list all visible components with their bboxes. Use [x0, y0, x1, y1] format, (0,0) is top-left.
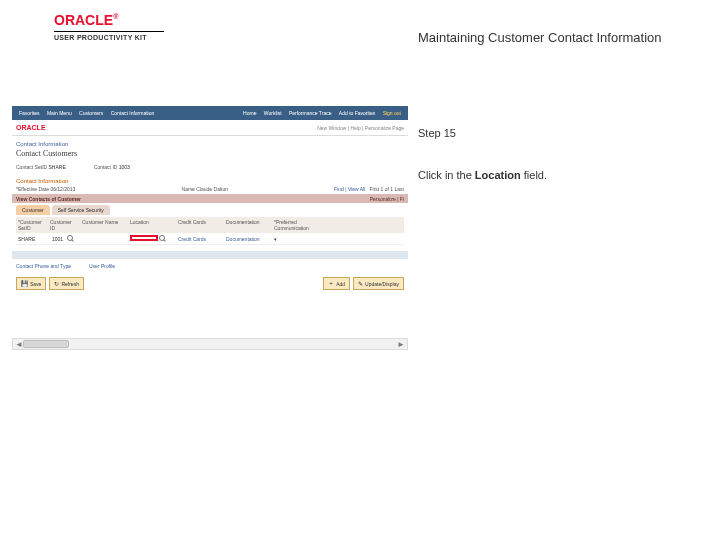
left-buttons: 💾Save ↻Refresh [16, 277, 84, 290]
cell-setid[interactable]: SHARE [16, 236, 48, 242]
scroll-right-icon[interactable]: ► [397, 340, 405, 349]
label-setid: Contact SetID [16, 164, 47, 170]
nav-left: Favorites Main Menu Customers Contact In… [16, 110, 157, 116]
top-nav: Favorites Main Menu Customers Contact In… [12, 106, 408, 120]
step-text-suffix: field. [521, 169, 547, 181]
right-buttons: ＋Add ✎Update/Display [323, 277, 404, 290]
page-utility-links[interactable]: New Window | Help | Personalize Page [317, 125, 404, 131]
col-setid: *Customer SetID [16, 219, 48, 231]
table-row: SHARE 1001 Credit Cards Documentation ▾ [16, 233, 404, 245]
logo-row: ORACLE New Window | Help | Personalize P… [12, 120, 408, 136]
nav-link[interactable]: Home [243, 110, 256, 116]
label-contactid: Contact ID [94, 164, 118, 170]
refresh-label: Refresh [61, 281, 79, 287]
nav-item[interactable]: Contact Information [111, 110, 155, 116]
record-count: First 1 of 1 Last [370, 186, 404, 192]
link-user-profile[interactable]: User Profile [89, 263, 115, 269]
grid-personalize[interactable]: Personalize | Fi [370, 196, 404, 202]
value-contactid: 1003 [119, 164, 130, 170]
nav-link[interactable]: Add to Favorites [339, 110, 375, 116]
col-docu: Documentation [224, 219, 272, 231]
col-custid: Customer ID [48, 219, 80, 231]
step-text-bold: Location [475, 169, 521, 181]
value-effdate: 06/12/2013 [50, 186, 75, 192]
nav-item[interactable]: Customers [79, 110, 103, 116]
action-buttons: 💾Save ↻Refresh ＋Add ✎Update/Display [16, 277, 404, 290]
cell-custid-val: 1001 [50, 236, 65, 242]
label-effdate: *Effective Date [16, 186, 49, 192]
location-field-highlight[interactable] [130, 235, 158, 241]
section-title: Contact Information [16, 141, 404, 147]
header-form: Contact SetID SHARE Contact ID 1003 [16, 164, 404, 170]
label-name: Name [182, 186, 195, 192]
step-text: Click in the Location field. [418, 169, 708, 181]
tab-customer[interactable]: Customer [16, 205, 50, 215]
update-icon: ✎ [358, 280, 363, 287]
section-contact-info: Contact Information [16, 178, 404, 184]
add-button[interactable]: ＋Add [323, 277, 350, 290]
nav-link[interactable]: Worklist [264, 110, 282, 116]
grid-tabs: Customer Self Service Security [16, 205, 404, 215]
update-label: Update/Display [365, 281, 399, 287]
instruction-column: Maintaining Customer Contact Information… [418, 0, 708, 181]
add-label: Add [336, 281, 345, 287]
scroll-left-icon[interactable]: ◄ [15, 340, 23, 349]
lookup-icon[interactable] [67, 235, 73, 241]
step-label: Step 15 [418, 127, 708, 139]
logo-tm: ® [113, 13, 118, 20]
add-icon: ＋ [328, 279, 334, 288]
logo-text: ORACLE [54, 12, 113, 28]
nav-item[interactable]: Favorites [19, 110, 40, 116]
brand-bar: ORACLE® USER PRODUCTIVITY KIT [54, 12, 164, 41]
oracle-logo-small: ORACLE [16, 124, 46, 131]
col-comm: *Preferred Communication [272, 219, 311, 231]
refresh-icon: ↻ [54, 280, 59, 287]
step-text-prefix: Click in the [418, 169, 475, 181]
meta-row: *Effective Date 06/12/2013 Name Claude D… [16, 186, 404, 192]
horizontal-scrollbar[interactable]: ◄ ► [12, 338, 408, 350]
grid-header-bar: View Contacts of Customer Personalize | … [12, 194, 408, 203]
grid: *Customer SetID Customer ID Customer Nam… [16, 217, 404, 245]
tab-selfservice[interactable]: Self Service Security [52, 205, 110, 215]
nav-right: Home Worklist Performance Trace Add to F… [240, 110, 404, 116]
bottom-links: Contact Phone and Type User Profile [16, 263, 404, 269]
cell-docu[interactable]: Documentation [224, 236, 272, 242]
grid-head: *Customer SetID Customer ID Customer Nam… [16, 217, 404, 233]
app-screenshot: Favorites Main Menu Customers Contact In… [12, 106, 408, 320]
brand-subtitle: USER PRODUCTIVITY KIT [54, 34, 164, 41]
nav-link-signout[interactable]: Sign out [383, 110, 401, 116]
cell-custid[interactable]: 1001 [48, 235, 80, 242]
update-button[interactable]: ✎Update/Display [353, 277, 404, 290]
cell-cards[interactable]: Credit Cards [176, 236, 224, 242]
find-link[interactable]: Find | View All [334, 186, 365, 192]
cell-comm[interactable]: ▾ [272, 236, 304, 242]
scroll-thumb[interactable] [23, 340, 69, 348]
link-phone-type[interactable]: Contact Phone and Type [16, 263, 71, 269]
brand-rule [54, 31, 164, 32]
page-heading: Contact Customers [16, 149, 404, 158]
refresh-button[interactable]: ↻Refresh [49, 277, 84, 290]
collapsed-section[interactable] [12, 251, 408, 259]
save-label: Save [30, 281, 41, 287]
col-cards: Credit Cards [176, 219, 224, 231]
oracle-logo: ORACLE® [54, 12, 164, 28]
nav-item[interactable]: Main Menu [47, 110, 72, 116]
col-custname: Customer Name [80, 219, 128, 231]
save-button[interactable]: 💾Save [16, 277, 46, 290]
value-setid: SHARE [49, 164, 66, 170]
nav-link[interactable]: Performance Trace [289, 110, 332, 116]
cell-location[interactable] [128, 235, 176, 242]
grid-title: View Contacts of Customer [16, 196, 81, 202]
value-name: Claude Dalton [196, 186, 228, 192]
save-icon: 💾 [21, 280, 28, 287]
page-title: Maintaining Customer Contact Information [418, 30, 708, 45]
col-location: Location [128, 219, 176, 231]
lookup-icon[interactable] [159, 235, 165, 241]
